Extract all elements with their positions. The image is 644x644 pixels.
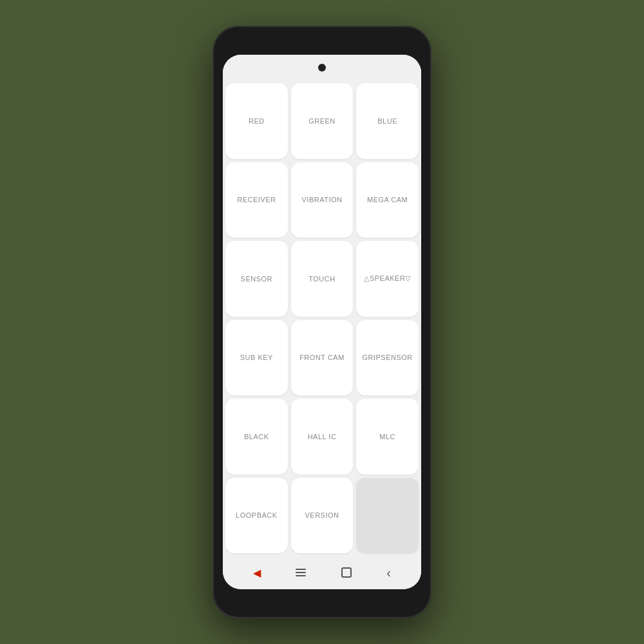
cell-sensor-label: SENSOR: [238, 272, 275, 285]
cell-hall-ic-label: HALL IC: [305, 430, 339, 443]
back-arrow-button[interactable]: ◀: [253, 567, 261, 579]
cell-mlc[interactable]: MLC: [356, 399, 419, 475]
lines-icon-line2: [296, 572, 306, 573]
cell-front-cam-label: FRONT CAM: [297, 351, 347, 364]
cell-version[interactable]: VERSION: [291, 478, 354, 554]
cell-black-label: BLACK: [242, 430, 272, 443]
cell-hall-ic[interactable]: HALL IC: [291, 399, 354, 475]
cell-vibration[interactable]: VIBRATION: [291, 162, 354, 238]
cell-loopback-label: LOOPBACK: [233, 509, 280, 522]
cell-gripsensor[interactable]: GRIPSENSOR: [356, 320, 419, 396]
grid-area: RED GREEN BLUE RECEIVER VIBRATION MEGA C…: [223, 80, 421, 556]
cell-receiver-label: RECEIVER: [234, 193, 278, 206]
cell-version-label: VERSION: [302, 509, 341, 522]
cell-vibration-label: VIBRATION: [299, 193, 345, 206]
cell-red-label: RED: [246, 115, 267, 128]
back-button[interactable]: ‹: [386, 565, 391, 580]
cell-speaker-label: △SPEAKER▽: [361, 272, 413, 285]
cell-mega-cam[interactable]: MEGA CAM: [356, 162, 419, 238]
cell-green-label: GREEN: [306, 115, 338, 128]
cell-blue[interactable]: BLUE: [356, 83, 419, 159]
cell-sub-key-label: SUB KEY: [238, 351, 276, 364]
cell-speaker[interactable]: △SPEAKER▽: [356, 241, 419, 317]
phone-device: RED GREEN BLUE RECEIVER VIBRATION MEGA C…: [213, 26, 431, 618]
cell-green[interactable]: GREEN: [291, 83, 354, 159]
cell-empty: [356, 478, 419, 554]
cell-black[interactable]: BLACK: [225, 399, 288, 475]
back-arrow-icon: ◀: [253, 567, 261, 579]
cell-red[interactable]: RED: [225, 83, 288, 159]
lines-icon-line1: [296, 569, 306, 570]
cell-touch[interactable]: TOUCH: [291, 241, 354, 317]
cell-sensor[interactable]: SENSOR: [225, 241, 288, 317]
lines-icon-line3: [296, 575, 306, 576]
cell-receiver[interactable]: RECEIVER: [225, 162, 288, 238]
chevron-icon: ‹: [386, 565, 391, 580]
navigation-bar: ◀ ‹: [223, 556, 421, 589]
front-camera-dot: [318, 64, 326, 71]
camera-notch: [223, 55, 421, 80]
home-icon: [341, 567, 352, 578]
cell-mega-cam-label: MEGA CAM: [365, 193, 410, 206]
cell-gripsensor-label: GRIPSENSOR: [359, 351, 415, 364]
cell-blue-label: BLUE: [375, 115, 400, 128]
phone-screen: RED GREEN BLUE RECEIVER VIBRATION MEGA C…: [223, 55, 421, 589]
cell-front-cam[interactable]: FRONT CAM: [291, 320, 354, 396]
test-grid: RED GREEN BLUE RECEIVER VIBRATION MEGA C…: [225, 83, 419, 553]
cell-loopback[interactable]: LOOPBACK: [225, 478, 288, 554]
cell-sub-key[interactable]: SUB KEY: [225, 320, 288, 396]
recent-apps-button[interactable]: [296, 569, 306, 576]
cell-touch-label: TOUCH: [306, 272, 337, 285]
cell-mlc-label: MLC: [377, 430, 398, 443]
home-button[interactable]: [341, 567, 352, 578]
